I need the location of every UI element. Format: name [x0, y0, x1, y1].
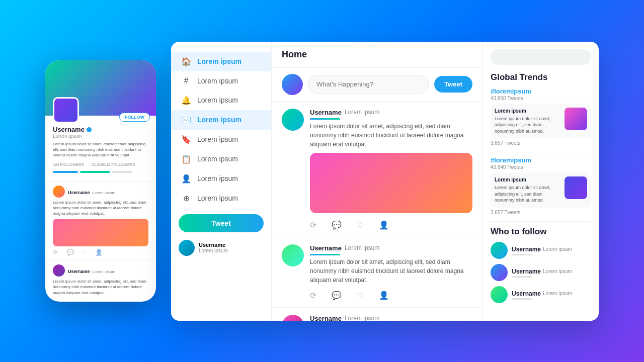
list-icon: 📋	[181, 154, 191, 164]
left-sidebar: 🏠 Lorem ipsum # Lorem ipsum 🔔 Lorem ipsu…	[171, 42, 272, 321]
nav-item-explore[interactable]: # Lorem ipsum	[171, 71, 271, 90]
tweet-3-header: Username Lorem ipsum	[282, 315, 472, 321]
right-sidebar: Global Trends #loremipsum 43,860 Tweets …	[483, 42, 599, 321]
tweet-2-body: Lorem ipsum dolor sit amet, adipiscing e…	[310, 257, 472, 285]
compose-area: Tweet	[272, 68, 482, 102]
stat-bar-blue	[53, 171, 78, 173]
tweet-1-media	[310, 153, 472, 213]
follow-2-bar	[512, 276, 532, 278]
tweet-2-header: Username Lorem ipsum Lorem ipsum dolor s…	[282, 244, 472, 300]
share-icon[interactable]: 👤	[95, 249, 102, 256]
explore-icon: #	[181, 76, 191, 85]
compose-input[interactable]	[308, 75, 429, 94]
phone-tweet-1-header: Username Lorem ipsum	[53, 186, 148, 198]
nav-item-messages[interactable]: ✉️ Lorem ipsum	[171, 110, 271, 130]
sidebar-user-avatar	[179, 240, 195, 256]
main-feed: Home Tweet Username Lorem ipsum	[272, 42, 483, 321]
follow-3-name: Username Lorem ipsum	[512, 290, 591, 297]
phone-following: 23,5436.12 FOLLOWERS	[92, 162, 135, 167]
phone-follow-button[interactable]: FOLLOW	[119, 113, 150, 122]
trend-1-card-text: Lorem ipsum Lorem ipsum dolor sit amet, …	[495, 108, 560, 135]
follow-2-info: Username Lorem ipsum	[512, 268, 591, 278]
who-to-follow-section: Who to follow Username Lorem ipsum	[491, 227, 591, 303]
phone-stat-bars	[53, 171, 148, 173]
divider-2	[491, 221, 591, 222]
main-container: FOLLOW Username Lorem ipsum Lorem ipsum …	[35, 32, 609, 331]
nav-item-lists[interactable]: 📋 Lorem ipsum	[171, 149, 271, 169]
phone-tweet-1-actions: ⟳ 💬 ♡ 👤	[53, 249, 148, 256]
nav-item-bookmarks[interactable]: 🔖 Lorem ipsum	[171, 130, 271, 149]
follow-1-info: Username Lorem ipsum	[512, 246, 591, 255]
trend-1-card-image	[565, 108, 587, 130]
divider-1	[491, 152, 591, 152]
phone-mockup: FOLLOW Username Lorem ipsum Lorem ipsum …	[45, 60, 156, 302]
reply-icon[interactable]: 💬	[67, 249, 74, 256]
tweet-1-bar	[310, 118, 340, 120]
nav-item-profile[interactable]: 👤 Lorem ipsum	[171, 169, 271, 189]
phone-tweet-1-user: Username Lorem ipsum	[68, 187, 115, 196]
tweet-2-bar	[310, 254, 340, 255]
like-icon[interactable]: ♡	[81, 249, 88, 256]
phone-followers: 124 FOLLOWERS	[53, 162, 84, 167]
sidebar-user-row: Username Lorem ipsum	[171, 232, 271, 260]
phone-tweet-1-avatar	[53, 186, 65, 198]
phone-bio: Lorem ipsum dolor sit amet, consectetuer…	[53, 141, 148, 158]
tweet-2-content: Username Lorem ipsum Lorem ipsum dolor s…	[310, 244, 472, 300]
phone-profile-section: Username Lorem ipsum Lorem ipsum dolor s…	[45, 116, 156, 181]
phone-tweet-1: Username Lorem ipsum Lorem ipsum dolor s…	[45, 181, 156, 260]
compose-tweet-button[interactable]: Tweet	[434, 76, 472, 93]
feed-title: Home	[272, 42, 482, 68]
compose-avatar	[282, 74, 303, 95]
nav-item-notifications[interactable]: 🔔 Lorem ipsum	[171, 90, 271, 110]
tweet-3-meta: Username Lorem ipsum	[310, 315, 472, 321]
like-action-2[interactable]: ♡	[357, 291, 364, 300]
tweet-card-2: Username Lorem ipsum Lorem ipsum dolor s…	[272, 237, 482, 308]
tweet-1-header: Username Lorem ipsum Lorem ipsum dolor s…	[282, 109, 472, 230]
stat-bar-gray	[112, 171, 132, 173]
reply-action[interactable]: 💬	[332, 220, 342, 230]
phone-header: FOLLOW	[45, 60, 156, 116]
follow-item-1: Username Lorem ipsum	[491, 242, 591, 259]
trend-1-tweets: 3,657 Tweets	[491, 140, 591, 146]
search-input[interactable]	[491, 49, 591, 65]
reply-action-2[interactable]: 💬	[332, 291, 342, 300]
home-icon: 🏠	[181, 57, 191, 66]
nav-item-more[interactable]: ⊕ Lorem ipsum	[171, 189, 271, 208]
mail-icon: ✉️	[181, 115, 191, 125]
trend-2-card: Lorem ipsum Lorem ipsum dolor sit amet, …	[491, 172, 591, 208]
tweet-card-3: Username Lorem ipsum	[272, 308, 482, 321]
phone-tweet-2-text: Lorem ipsum dolor sit amet, adipiscing e…	[53, 279, 148, 296]
tweet-2-avatar	[282, 244, 304, 266]
like-action[interactable]: ♡	[357, 220, 364, 230]
phone-username: Username	[53, 126, 148, 133]
follow-3-bar	[512, 298, 532, 300]
trend-item-1: #loremipsum 43,860 Tweets Lorem ipsum Lo…	[491, 87, 591, 146]
tweet-3-avatar	[282, 315, 304, 321]
tweet-1-avatar	[282, 109, 304, 131]
retweet-action-2[interactable]: ⟳	[310, 291, 316, 300]
follow-action-2[interactable]: 👤	[379, 291, 389, 300]
follow-item-3: Username Lorem ipsum	[491, 286, 591, 303]
sidebar-tweet-button[interactable]: Tweet	[179, 214, 264, 232]
follow-action[interactable]: 👤	[379, 220, 389, 230]
follow-2-avatar	[491, 264, 508, 281]
follow-3-avatar	[491, 286, 508, 303]
tweet-2-actions: ⟳ 💬 ♡ 👤	[310, 289, 472, 300]
bell-icon: 🔔	[181, 96, 191, 105]
bookmark-icon: 🔖	[181, 135, 191, 144]
follow-2-name: Username Lorem ipsum	[512, 268, 591, 275]
retweet-action[interactable]: ⟳	[310, 220, 316, 230]
nav-item-home[interactable]: 🏠 Lorem ipsum	[171, 52, 271, 71]
phone-stats: 124 FOLLOWERS 23,5436.12 FOLLOWERS	[53, 162, 148, 167]
trend-2-hashtag[interactable]: #loremipsum	[491, 156, 591, 164]
trend-2-card-text: Lorem ipsum Lorem ipsum dolor sit amet, …	[495, 176, 560, 204]
global-trends-title: Global Trends	[491, 72, 591, 82]
trend-1-card: Lorem ipsum Lorem ipsum dolor sit amet, …	[491, 104, 591, 139]
trend-1-hashtag[interactable]: #loremipsum	[491, 87, 591, 95]
tweet-2-meta: Username Lorem ipsum	[310, 244, 472, 252]
tweet-card-1: Username Lorem ipsum Lorem ipsum dolor s…	[272, 102, 482, 237]
phone-tweet-2-header: Username Lorem ipsum	[53, 264, 148, 277]
retweet-icon[interactable]: ⟳	[53, 249, 60, 256]
more-icon: ⊕	[181, 194, 191, 203]
follow-1-avatar	[491, 242, 508, 259]
